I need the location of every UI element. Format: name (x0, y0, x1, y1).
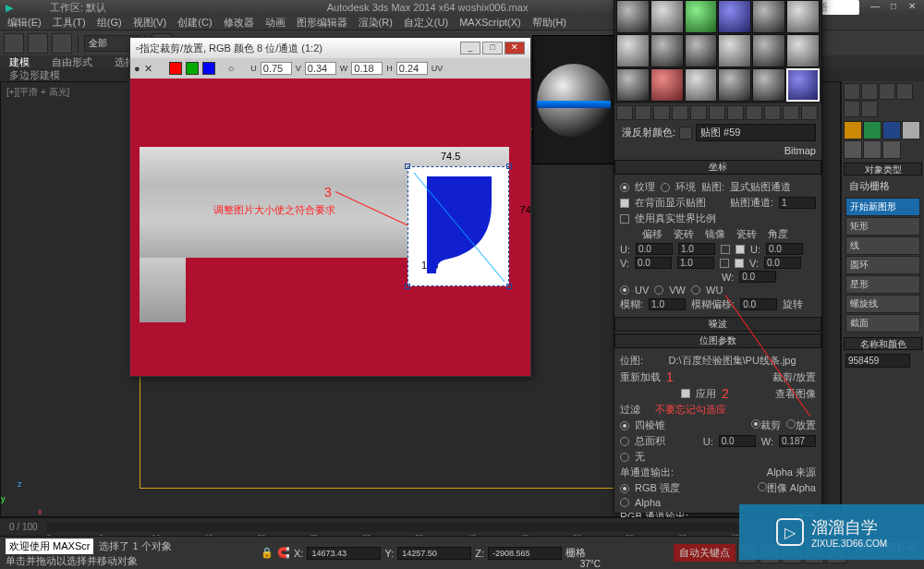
unlink-icon[interactable] (28, 33, 48, 54)
img-alpha-radio[interactable] (758, 482, 767, 491)
cp-tab-motion[interactable] (896, 83, 913, 100)
real-scale-check[interactable] (620, 214, 629, 224)
map-channel-select[interactable]: 显式贴图通道 (730, 180, 816, 194)
pyramid-radio[interactable] (620, 421, 629, 430)
cp-tab-modify[interactable] (861, 83, 878, 100)
sumarea-radio[interactable] (620, 437, 629, 446)
crop-u-spinner[interactable]: 0.75 (261, 62, 292, 75)
crop-w-spinner[interactable]: 0.18 (351, 62, 383, 75)
crop-r-swatch[interactable] (169, 62, 182, 75)
env-radio[interactable] (661, 183, 670, 192)
shape-btn-helix[interactable]: 螺旋线 (845, 295, 920, 313)
vw-radio[interactable] (654, 285, 663, 295)
none-filter-radio[interactable] (620, 453, 629, 462)
crop-w2-spinner[interactable]: 0.187 (779, 435, 816, 447)
crop-tool-2[interactable]: ✕ (144, 63, 152, 75)
tex-radio[interactable] (620, 183, 629, 192)
bind-icon[interactable] (52, 33, 72, 54)
object-name-input[interactable] (845, 354, 910, 368)
v-tile-chk[interactable] (735, 259, 744, 268)
maximize-button[interactable]: □ (887, 1, 900, 14)
menu-maxscript[interactable]: MAXScript(X) (459, 17, 521, 28)
v-offset[interactable]: 0.0 (635, 257, 672, 269)
ribbon-tab-modeling[interactable]: 建模 (9, 55, 30, 69)
mat-tool-9[interactable] (764, 105, 781, 120)
cp-cat-shapes[interactable] (863, 121, 881, 139)
cp-tab-utilities[interactable] (861, 101, 878, 117)
mat-slot-21[interactable] (685, 68, 718, 102)
u-tile-chk[interactable] (736, 245, 745, 254)
crop-radio[interactable] (751, 419, 760, 429)
shape-btn-rect[interactable]: 矩形 (845, 217, 920, 236)
crop-u2-spinner[interactable]: 0.0 (719, 435, 756, 447)
coord-y[interactable]: 14257.50 (397, 547, 471, 560)
menu-animation[interactable]: 动画 (265, 16, 286, 30)
close-button[interactable]: ✕ (906, 1, 918, 14)
cp-cat-cameras[interactable] (902, 121, 920, 139)
menu-help[interactable]: 帮助(H) (532, 16, 566, 30)
shape-btn-line[interactable]: 线 (845, 236, 920, 255)
auto-key-button[interactable]: 自动关键点 (674, 544, 736, 562)
diffuse-swatch[interactable] (679, 127, 692, 139)
menu-modifiers[interactable]: 修改器 (224, 16, 254, 30)
blur-off-spinner[interactable]: 0.0 (740, 298, 777, 310)
cp-cat-geometry[interactable] (844, 121, 862, 139)
cp-cat-lights[interactable] (882, 121, 901, 139)
crop-tool-1[interactable]: ● (134, 63, 140, 74)
mat-slot-17[interactable] (752, 34, 785, 67)
crop-v-spinner[interactable]: 0.34 (305, 62, 336, 75)
show-back-check[interactable] (620, 199, 629, 208)
mat-slot-19[interactable] (616, 68, 650, 102)
ribbon-tab-freeform[interactable]: 自由形式 (52, 55, 92, 69)
crop-alpha-swatch[interactable]: ○ (228, 63, 235, 74)
mat-slot-22[interactable] (718, 68, 751, 102)
map-name-field[interactable]: 贴图 #59 (696, 124, 816, 141)
maxscript-mini[interactable]: 欢迎使用 MAXScr (6, 539, 93, 554)
v-mirror[interactable] (720, 259, 729, 268)
w-angle[interactable]: 0.0 (739, 271, 776, 283)
crop-min-button[interactable]: _ (460, 42, 480, 54)
menu-render[interactable]: 渲染(R) (359, 16, 393, 30)
mat-tool-3[interactable] (653, 105, 670, 120)
cp-tab-display[interactable] (844, 101, 860, 117)
mat-slot-12[interactable] (786, 0, 820, 33)
cp-tab-hierarchy[interactable] (879, 83, 895, 100)
menu-tools[interactable]: 工具(T) (53, 16, 86, 30)
v-angle[interactable]: 0.0 (764, 257, 801, 269)
apply-check[interactable] (681, 389, 690, 398)
crop-h-spinner[interactable]: 0.24 (396, 62, 428, 75)
shape-btn-start[interactable]: 开始新图形 (845, 198, 920, 216)
wu-radio[interactable] (691, 285, 700, 295)
menu-group[interactable]: 组(G) (97, 16, 122, 30)
map-channel-spinner[interactable]: 1 (779, 197, 816, 209)
mat-slot-16[interactable] (718, 34, 751, 67)
mat-tool-5[interactable] (690, 105, 707, 120)
shape-btn-star[interactable]: 星形 (845, 275, 920, 294)
mat-slot-24[interactable] (786, 68, 820, 102)
mat-slot-13[interactable] (616, 34, 650, 67)
menu-views[interactable]: 视图(V) (133, 16, 167, 30)
mat-slot-14[interactable] (650, 34, 684, 67)
view-image-button[interactable]: 查看图像 (775, 387, 816, 401)
u-angle[interactable]: 0.0 (766, 243, 803, 255)
mat-slot-23[interactable] (752, 68, 785, 102)
rollout-noise[interactable]: 噪波 (614, 317, 821, 332)
coord-z[interactable]: -2908.565 (488, 547, 562, 560)
coord-x[interactable]: 14673.43 (307, 547, 381, 560)
uv-radio[interactable] (620, 285, 629, 295)
reload-button[interactable]: 重新加载 (620, 370, 661, 384)
menu-custom[interactable]: 自定义(U) (404, 16, 448, 30)
rollout-name-color[interactable]: 名称和颜色 (844, 337, 922, 350)
u-mirror[interactable] (721, 245, 730, 254)
v-tile[interactable]: 1.0 (677, 257, 714, 269)
magnet-icon[interactable]: 🧲 (277, 547, 290, 559)
mat-slot-7[interactable] (616, 0, 650, 33)
cp-cat-space[interactable] (863, 140, 881, 159)
place-radio[interactable] (786, 419, 796, 429)
shape-btn-section[interactable]: 截面 (845, 314, 920, 333)
alpha-radio[interactable] (620, 498, 629, 507)
rollout-coordinates[interactable]: 坐标 (614, 160, 821, 175)
mat-slot-8[interactable] (650, 0, 684, 33)
crop-close-button[interactable]: ✕ (505, 42, 525, 54)
crop-max-button[interactable]: □ (482, 42, 503, 54)
